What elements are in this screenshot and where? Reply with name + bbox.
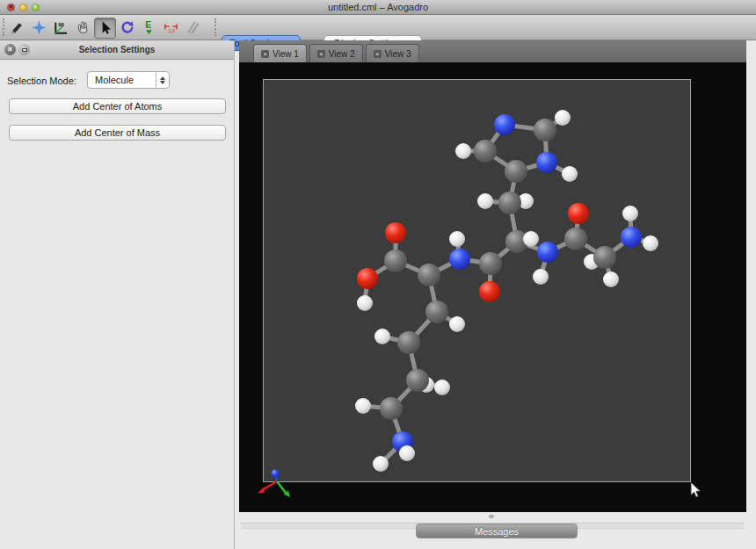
atom-C[interactable] [505,160,527,183]
toolbar-separator [214,18,216,36]
toolbar: 90E1.0 Tool Settings... Display Settings… [0,15,756,40]
tab-close-icon[interactable]: × [261,50,269,58]
atom-H[interactable] [622,206,638,221]
atom-C[interactable] [498,191,521,214]
atom-O[interactable] [385,222,406,243]
atom-H[interactable] [357,295,373,311]
atom-N[interactable] [494,114,515,135]
atom-C[interactable] [406,369,429,392]
measure-tool-icon[interactable]: 1.0 [160,18,182,39]
avogadro-window: untitled.cml – Avogadro 90E1.0 Tool Sett… [0,0,756,549]
atom-H[interactable] [373,456,389,472]
atom-C[interactable] [479,252,502,275]
stepper-arrows-icon [156,72,169,88]
tab-close-icon[interactable]: × [317,50,325,58]
atom-N[interactable] [536,152,557,173]
atom-N[interactable] [621,227,642,248]
mouse-cursor [691,482,701,497]
atom-H[interactable] [455,143,471,159]
atom-N[interactable] [449,249,470,270]
tab-label: View 1 [273,49,299,59]
svg-text:1.0: 1.0 [168,28,174,33]
tab-view-1[interactable]: ×View 1 [253,44,307,62]
add-center-of-atoms-button[interactable]: Add Center of Atoms [9,98,226,114]
auto-optimize-tool-icon[interactable]: E [138,18,160,39]
atom-C[interactable] [418,264,440,286]
messages-button[interactable]: Messages [416,524,578,538]
atom-O[interactable] [568,203,589,224]
atom-O[interactable] [479,281,500,302]
panel-header: × Selection Settings [0,40,234,60]
atom-H[interactable] [434,379,450,395]
panel-title: Selection Settings [0,40,234,60]
axes-gizmo [258,470,290,498]
selection-settings-panel: × Selection Settings Selection Mode: Mol… [0,40,235,549]
atom-C[interactable] [425,300,448,323]
tab-view-3[interactable]: ×View 3 [366,44,419,62]
atom-H[interactable] [603,271,619,287]
svg-text:E: E [145,20,151,30]
bottom-dock: Messages [239,512,746,549]
tab-label: View 3 [385,49,411,59]
selection-mode-label: Selection Mode: [7,76,76,86]
dock-handle-icon[interactable] [489,515,494,518]
atom-C[interactable] [474,140,497,163]
atom-H[interactable] [449,316,465,332]
atom-H[interactable] [399,445,415,461]
title-bar: untitled.cml – Avogadro [0,0,756,15]
atom-C[interactable] [384,249,407,272]
navigate-tool-icon[interactable] [28,18,50,39]
atom-H[interactable] [449,231,465,247]
atom-C[interactable] [534,119,556,141]
window-title: untitled.cml – Avogadro [0,2,756,12]
right-margin [746,40,756,549]
atom-H[interactable] [562,166,578,182]
atom-C[interactable] [593,246,616,269]
atom-N[interactable] [537,242,558,263]
bond-centric-tool-icon[interactable]: 90 [50,18,72,39]
manipulate-tool-icon[interactable] [72,18,94,39]
add-center-of-mass-button[interactable]: Add Center of Mass [9,125,226,141]
toolbar-handle [3,18,4,36]
atom-C[interactable] [564,228,587,250]
draw-tool-icon[interactable] [6,18,28,39]
selection-mode-value: Molecule [95,75,134,85]
auto-rotate-tool-icon[interactable] [116,18,138,39]
render-canvas [239,62,746,512]
atom-H[interactable] [555,110,571,126]
atom-H[interactable] [355,398,371,414]
tab-label: View 2 [329,49,355,59]
align-tool-icon[interactable] [182,18,204,39]
svg-text:90: 90 [58,21,64,27]
atom-C[interactable] [380,397,403,420]
atom-H[interactable] [477,193,493,209]
atom-C[interactable] [397,331,420,354]
atom-H[interactable] [523,231,539,247]
atom-H[interactable] [643,235,658,251]
view-tab-bar: ×View 1×View 2×View 3 [239,40,746,62]
selection-tool-icon[interactable] [94,18,116,39]
atom-H[interactable] [533,269,549,285]
atom-O[interactable] [357,268,378,289]
selection-mode-dropdown[interactable]: Molecule [87,71,170,89]
tab-close-icon[interactable]: × [374,50,382,58]
tool-strip: 90E1.0 [6,17,204,39]
tab-view-2[interactable]: ×View 2 [309,44,363,62]
molecule-render [239,62,746,512]
view-area: ×View 1×View 2×View 3 [239,40,746,549]
atom-H[interactable] [374,329,390,344]
